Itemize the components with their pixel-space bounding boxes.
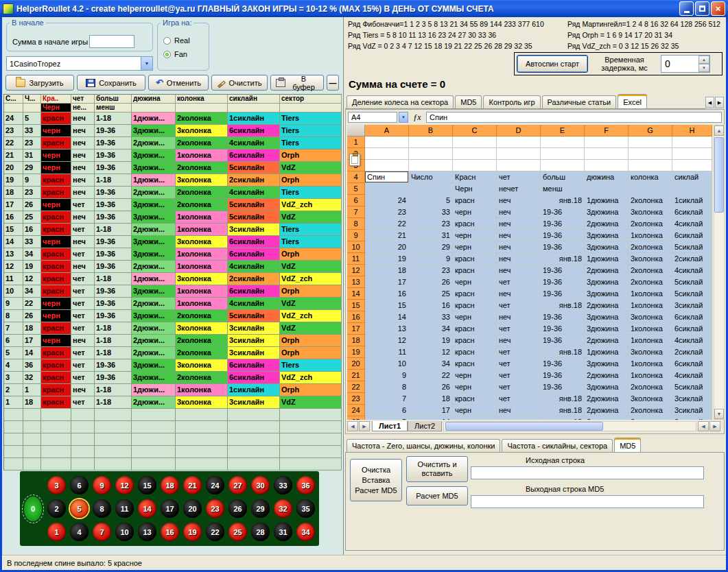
grid-cell[interactable]: 25 <box>409 288 453 300</box>
grid-cell[interactable]: красн <box>453 253 497 265</box>
row-header-15[interactable]: 15 <box>347 300 365 311</box>
row-header-20[interactable]: 20 <box>347 358 365 370</box>
grid-cell[interactable]: красн <box>453 300 497 311</box>
row-header-14[interactable]: 14 <box>347 288 365 300</box>
spin-down-icon[interactable]: ▼ <box>698 64 709 72</box>
grid-cell[interactable] <box>585 148 629 160</box>
grid-cell[interactable]: неч <box>497 241 541 253</box>
wheel-number-24[interactable]: 24 <box>206 476 224 494</box>
grid-cell[interactable]: 3колонка <box>629 311 672 323</box>
grid-cell[interactable]: неч <box>497 311 541 323</box>
grid-cell[interactable] <box>672 183 712 195</box>
grid-cell[interactable]: 24 <box>365 195 409 206</box>
save-button[interactable]: Сохранить <box>77 75 145 91</box>
grid-cell[interactable]: красн <box>453 218 497 230</box>
wheel-number-9[interactable]: 9 <box>93 476 111 494</box>
grid-cell[interactable]: 16 <box>365 288 409 300</box>
sheet-tab-2[interactable]: Лист2 <box>408 421 442 431</box>
close-button[interactable]: × <box>711 1 725 16</box>
table-row[interactable]: 2131черннеч19-363дюжи...1колонка6сиклайн… <box>4 150 342 162</box>
grid-cell[interactable]: 2дюжина <box>585 405 629 416</box>
grid-cell[interactable]: чет <box>497 358 541 370</box>
wheel-number-27[interactable]: 27 <box>228 476 247 494</box>
grid-cell[interactable]: красн <box>453 393 497 405</box>
freq-tab-2[interactable]: MD5 <box>614 438 641 452</box>
grid-cell[interactable]: 33 <box>409 206 453 218</box>
wheel-number-5[interactable]: 5 <box>70 499 89 518</box>
grid-cell[interactable]: неч <box>497 218 541 230</box>
grid-cell[interactable]: 17 <box>365 276 409 288</box>
row-header-1[interactable]: 1 <box>347 136 365 148</box>
wheel-number-32[interactable]: 32 <box>274 499 292 518</box>
wheel-number-8[interactable]: 8 <box>93 499 111 518</box>
grid-cell[interactable]: 6сиклай <box>672 206 712 218</box>
grid-cell[interactable] <box>629 136 672 148</box>
table-row[interactable]: 1726чернчет19-363дюжи...2колонка5сиклайн… <box>4 199 342 211</box>
grid-cell[interactable]: 1дюжина <box>585 195 629 206</box>
wheel-number-2[interactable]: 2 <box>47 499 66 518</box>
grid-cell[interactable]: красн <box>453 335 497 346</box>
wheel-number-31[interactable]: 31 <box>274 523 292 541</box>
grid-cell[interactable]: 3дюжина <box>585 358 629 370</box>
grid-cell[interactable]: 6сиклай <box>672 230 712 241</box>
grid-cell[interactable]: красн <box>453 195 497 206</box>
row-header-9[interactable]: 9 <box>347 230 365 241</box>
grid-cell[interactable]: 8 <box>365 381 409 393</box>
wheel-number-15[interactable]: 15 <box>138 476 156 494</box>
grid-cell[interactable] <box>497 148 541 160</box>
grid-cell[interactable] <box>365 160 409 171</box>
grid-cell[interactable]: 3колонка <box>629 206 672 218</box>
grid-cell[interactable]: 2колонка <box>629 241 672 253</box>
grid-cell[interactable] <box>672 136 712 148</box>
grid-cell[interactable]: 5сиклай <box>672 288 712 300</box>
grid-cell[interactable]: 19-36 <box>541 370 585 381</box>
grid-cell[interactable]: нечет <box>497 183 541 195</box>
radio-real[interactable]: Real <box>163 36 190 45</box>
grid-cell[interactable]: неч <box>497 195 541 206</box>
column-header-A[interactable]: A <box>365 125 409 136</box>
grid-cell[interactable]: 33 <box>409 311 453 323</box>
grid-cell[interactable]: колонка <box>629 171 672 183</box>
grid-cell[interactable]: 2дюжина <box>585 416 629 420</box>
column-header-B[interactable]: B <box>409 125 453 136</box>
grid-cell[interactable] <box>585 183 629 195</box>
wheel-number-28[interactable]: 28 <box>251 523 270 541</box>
grid-cell[interactable]: 7 <box>365 393 409 405</box>
grid-cell[interactable]: 18 <box>365 265 409 276</box>
grid-cell[interactable]: 6сиклай <box>672 311 712 323</box>
grid-cell[interactable]: 1дюжина <box>585 253 629 265</box>
row-header-8[interactable]: 8 <box>347 218 365 230</box>
grid-cell[interactable] <box>409 148 453 160</box>
grid-cell[interactable]: чет <box>497 171 541 183</box>
grid-cell[interactable]: неч <box>497 335 541 346</box>
fx-icon[interactable]: ƒx <box>410 112 425 123</box>
start-sum-input[interactable] <box>89 35 134 48</box>
grid-cell[interactable]: 22 <box>409 370 453 381</box>
wheel-number-35[interactable]: 35 <box>296 499 315 518</box>
table-row[interactable]: 436краснчет19-363дюжи...3колонка6сиклайн… <box>4 359 342 372</box>
wheel-number-4[interactable]: 4 <box>70 523 89 541</box>
grid-cell[interactable]: 1сиклай <box>672 195 712 206</box>
row-header-25[interactable]: 25 <box>347 416 365 420</box>
sheet-next-icon[interactable]: ▶ <box>359 421 370 431</box>
vertical-scroll-thumb[interactable] <box>714 137 724 213</box>
scroll-right-icon[interactable]: ▶ <box>709 421 720 431</box>
grid-cell[interactable]: 2колонка <box>629 195 672 206</box>
grid-cell[interactable]: 6 <box>365 405 409 416</box>
grid-cell[interactable] <box>497 160 541 171</box>
table-row[interactable]: 1823красннеч19-362дюжи...2колонка4сиклай… <box>4 187 342 199</box>
horizontal-scrollbar[interactable] <box>443 421 696 431</box>
grid-cell[interactable]: черн <box>453 276 497 288</box>
select-all-corner[interactable] <box>347 125 365 136</box>
grid-cell[interactable] <box>541 160 585 171</box>
column-header-E[interactable]: E <box>541 125 585 136</box>
grid-cell[interactable]: 1колонка <box>629 300 672 311</box>
grid-cell[interactable]: 29 <box>409 241 453 253</box>
grid-cell[interactable]: черн <box>453 381 497 393</box>
tab-scroll-left-icon[interactable]: ◀ <box>705 97 714 108</box>
wheel-number-22[interactable]: 22 <box>206 523 224 541</box>
grid-cell[interactable]: 1колонка <box>629 230 672 241</box>
grid-cell[interactable]: Число <box>409 171 453 183</box>
column-header-C[interactable]: C <box>453 125 497 136</box>
wheel-number-19[interactable]: 19 <box>183 523 202 541</box>
